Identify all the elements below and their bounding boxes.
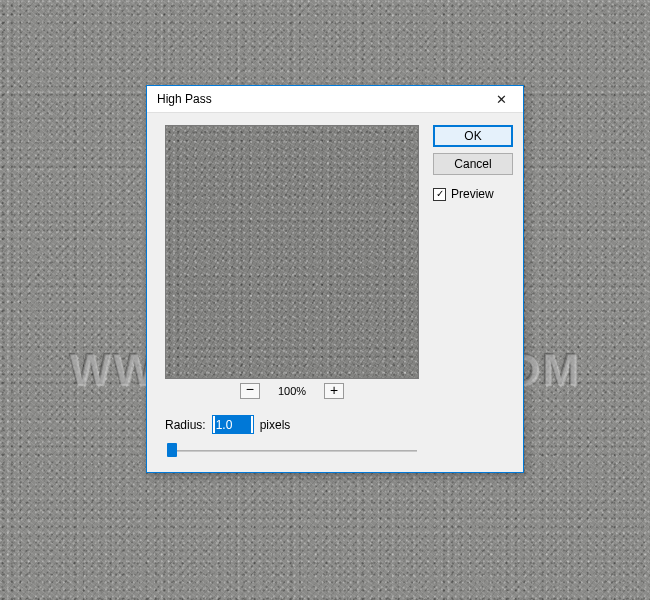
slider-thumb[interactable] [167, 443, 177, 457]
close-icon: ✕ [496, 93, 507, 106]
dialog-titlebar[interactable]: High Pass ✕ [147, 86, 523, 113]
radius-row: Radius: pixels [165, 415, 419, 434]
dialog-content: − 100% + Radius: pixels OK Cancel [147, 113, 523, 472]
zoom-in-button[interactable]: + [324, 383, 344, 399]
zoom-controls: − 100% + [165, 379, 419, 409]
zoom-out-button[interactable]: − [240, 383, 260, 399]
preview-checkbox-label: Preview [451, 187, 494, 201]
slider-track [167, 450, 417, 452]
dialog-right-column: OK Cancel ✓ Preview [431, 125, 513, 460]
close-button[interactable]: ✕ [481, 86, 521, 112]
radius-slider[interactable] [165, 442, 419, 460]
preview-checkbox-row[interactable]: ✓ Preview [433, 187, 513, 201]
cancel-button[interactable]: Cancel [433, 153, 513, 175]
dialog-left-column: − 100% + Radius: pixels [165, 125, 419, 460]
high-pass-dialog: High Pass ✕ − 100% + Radius: pixels [146, 85, 524, 473]
preview-checkbox[interactable]: ✓ [433, 188, 446, 201]
ok-button[interactable]: OK [433, 125, 513, 147]
dialog-title: High Pass [157, 92, 481, 106]
plus-icon: + [330, 383, 338, 397]
minus-icon: − [246, 382, 254, 396]
radius-unit-label: pixels [260, 418, 291, 432]
radius-label: Radius: [165, 418, 206, 432]
radius-input[interactable] [212, 415, 254, 434]
filter-preview[interactable] [165, 125, 419, 379]
zoom-level-label: 100% [278, 385, 306, 397]
checkmark-icon: ✓ [436, 189, 444, 199]
